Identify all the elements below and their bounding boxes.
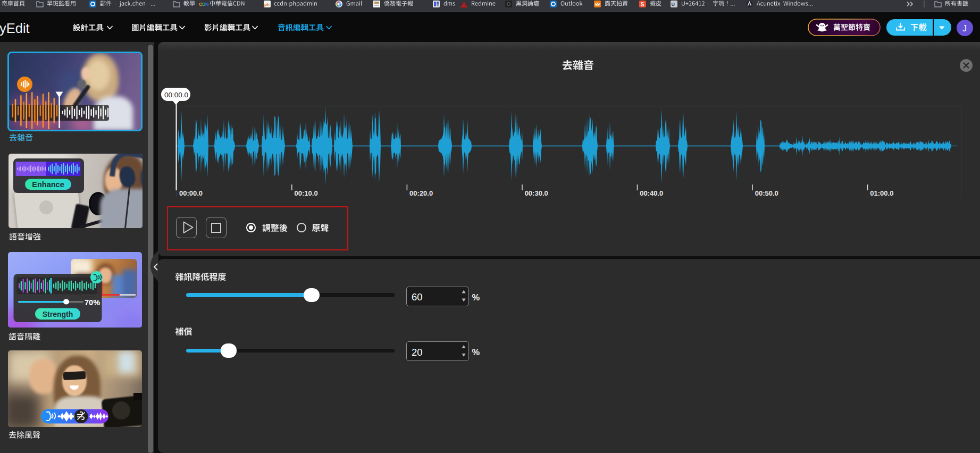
svg-text:S: S xyxy=(641,2,644,7)
svg-text:N: N xyxy=(205,2,209,7)
svg-text:ph: ph xyxy=(264,2,270,7)
svg-text:70%: 70% xyxy=(85,298,100,307)
svg-text:Strength: Strength xyxy=(43,310,73,318)
svg-text:Enhance: Enhance xyxy=(32,180,64,189)
svg-text:U: U xyxy=(672,2,675,7)
